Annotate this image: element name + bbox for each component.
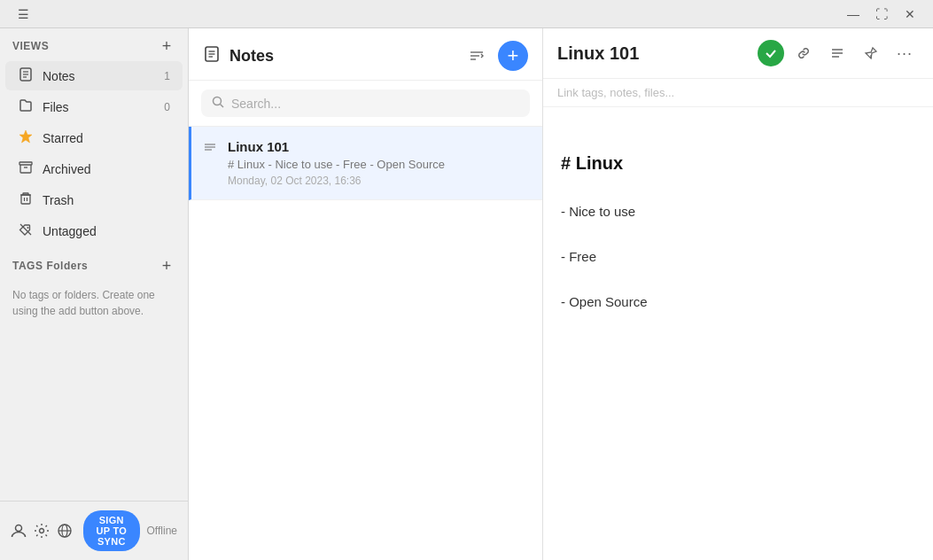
pin-icon [864, 46, 878, 60]
close-icon: ✕ [905, 7, 915, 21]
svg-point-14 [40, 529, 44, 533]
search-container [189, 81, 542, 127]
notes-count: 1 [156, 70, 170, 82]
svg-rect-8 [21, 195, 30, 204]
search-icon [212, 96, 224, 111]
add-view-button[interactable]: + [158, 37, 175, 55]
format-button[interactable] [823, 39, 851, 67]
notes-panel-header: Notes + [189, 28, 542, 81]
sidebar-footer: SIGN UP TO SYNC Offline [0, 501, 188, 560]
tags-header: Tags Folders + [0, 246, 188, 280]
settings-icon [34, 523, 50, 539]
maximize-button[interactable]: ⛶ [869, 4, 894, 25]
link-button[interactable] [789, 39, 818, 67]
views-label: Views [12, 40, 49, 52]
editor-panel: Linux 101 [543, 28, 933, 560]
star-icon [18, 129, 34, 146]
svg-point-13 [16, 525, 22, 532]
sidebar-item-archived[interactable]: Archived [5, 154, 183, 183]
hamburger-button[interactable]: ☰ [11, 4, 35, 25]
svg-point-11 [27, 227, 29, 229]
trash-label: Trash [43, 193, 170, 207]
svg-rect-5 [19, 162, 32, 165]
notes-panel-icon [203, 45, 221, 67]
editor-toolbar: ··· [758, 39, 919, 67]
account-button[interactable] [11, 518, 27, 543]
hamburger-icon: ☰ [18, 7, 29, 21]
sidebar-item-trash[interactable]: Trash [5, 185, 183, 214]
editor-header: Linux 101 [543, 28, 933, 79]
note-list: Linux 101 # Linux - Nice to use - Free -… [189, 127, 542, 560]
theme-icon [57, 523, 73, 539]
account-icon [11, 523, 27, 539]
note-item-title: Linux 101 [228, 139, 528, 154]
sidebar-item-untagged[interactable]: Untagged [5, 216, 183, 245]
theme-button[interactable] [57, 518, 73, 543]
svg-marker-4 [19, 130, 32, 143]
archived-label: Archived [43, 162, 170, 176]
files-label: Files [43, 100, 147, 114]
save-button[interactable] [758, 40, 784, 66]
pin-button[interactable] [857, 39, 885, 67]
sync-button[interactable]: SIGN UP TO SYNC [83, 510, 140, 551]
title-bar-left: ☰ [11, 4, 35, 25]
title-bar: ☰ — ⛶ ✕ [0, 0, 933, 28]
notes-panel: Notes + [189, 28, 543, 560]
settings-button[interactable] [34, 518, 50, 543]
sidebar-item-starred[interactable]: Starred [5, 123, 183, 152]
editor-line-2: - Free [561, 245, 915, 268]
check-icon [765, 47, 777, 59]
editor-title: Linux 101 [557, 43, 749, 64]
editor-line-1: - Nice to use [561, 200, 915, 223]
new-note-plus-icon: + [508, 46, 519, 66]
sidebar-empty-message: No tags or folders. Create one using the… [0, 280, 188, 326]
note-item-date: Monday, 02 Oct 2023, 16:36 [228, 175, 528, 187]
new-note-button[interactable]: + [498, 41, 528, 71]
title-bar-right: — ⛶ ✕ [841, 4, 922, 25]
note-item-content: Linux 101 # Linux - Nice to use - Free -… [228, 139, 528, 187]
archived-icon [18, 160, 34, 177]
notes-icon [18, 67, 34, 84]
sidebar-header: Views + [0, 28, 188, 60]
folders-label: Folders [46, 260, 88, 272]
editor-content[interactable]: # Linux - Nice to use - Free - Open Sour… [543, 107, 933, 560]
untagged-label: Untagged [43, 224, 170, 238]
files-count: 0 [156, 101, 170, 113]
notes-label: Notes [43, 69, 147, 83]
format-icon [830, 46, 844, 60]
editor-line-heading: # Linux [561, 148, 915, 178]
note-item-icon [203, 141, 217, 159]
minimize-button[interactable]: — [841, 4, 866, 25]
link-icon [797, 46, 811, 60]
main-container: Views + Notes 1 Files [0, 28, 933, 560]
sort-icon [469, 48, 485, 64]
close-button[interactable]: ✕ [898, 4, 922, 25]
sidebar: Views + Notes 1 Files [0, 28, 189, 560]
starred-label: Starred [43, 131, 170, 145]
search-input[interactable] [231, 97, 519, 111]
sidebar-item-files[interactable]: Files 0 [5, 92, 183, 121]
search-input-wrap [201, 89, 530, 117]
minimize-icon: — [847, 7, 859, 21]
notes-panel-title: Notes [229, 47, 455, 66]
svg-point-25 [214, 97, 222, 105]
editor-link-bar[interactable]: Link tags, notes, files... [543, 79, 933, 107]
trash-icon [18, 191, 34, 208]
note-item-linux-101[interactable]: Linux 101 # Linux - Nice to use - Free -… [189, 127, 542, 200]
add-tag-button[interactable]: + [158, 257, 175, 275]
link-placeholder-text: Link tags, notes, files... [557, 86, 674, 99]
editor-line-3: - Open Source [561, 291, 915, 314]
maximize-icon: ⛶ [875, 7, 888, 21]
tags-label: Tags [12, 260, 43, 272]
svg-line-26 [221, 105, 224, 108]
more-button[interactable]: ··· [890, 39, 919, 67]
sidebar-item-notes[interactable]: Notes 1 [5, 61, 183, 90]
untagged-icon [18, 222, 34, 239]
more-icon: ··· [897, 44, 913, 63]
offline-status: Offline [147, 525, 177, 537]
note-item-preview: # Linux - Nice to use - Free - Open Sour… [228, 158, 528, 171]
files-icon [18, 98, 34, 115]
sort-button[interactable] [464, 43, 489, 68]
